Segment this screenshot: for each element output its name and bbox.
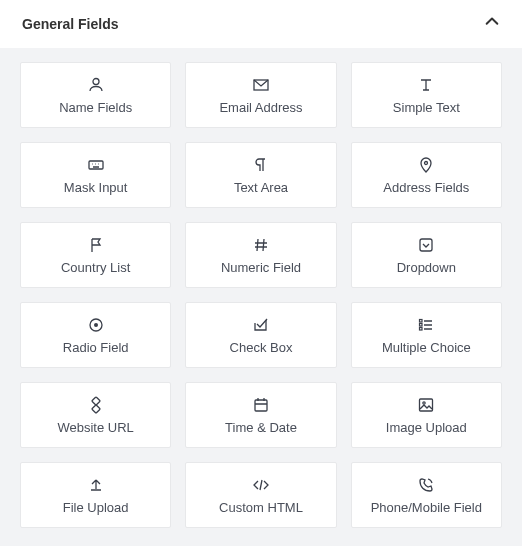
keyboard-icon: [87, 156, 105, 174]
phone-icon: [417, 476, 435, 494]
image-icon: [417, 396, 435, 414]
field-tile[interactable]: Dropdown: [351, 222, 502, 288]
field-tile[interactable]: Country List: [20, 222, 171, 288]
field-tile[interactable]: Check Box: [185, 302, 336, 368]
check-icon: [252, 316, 270, 334]
field-tile[interactable]: Time & Date: [185, 382, 336, 448]
general-fields-panel: General Fields Name FieldsEmail AddressS…: [0, 0, 522, 546]
field-tile-label: Image Upload: [386, 420, 467, 435]
pin-icon: [417, 156, 435, 174]
code-icon: [252, 476, 270, 494]
upload-icon: [87, 476, 105, 494]
field-tile-label: Dropdown: [397, 260, 456, 275]
field-tile-label: Check Box: [230, 340, 293, 355]
field-tile[interactable]: Mask Input: [20, 142, 171, 208]
field-tile[interactable]: File Upload: [20, 462, 171, 528]
field-tile-label: File Upload: [63, 500, 129, 515]
text-icon: [417, 76, 435, 94]
field-tile[interactable]: Address Fields: [351, 142, 502, 208]
panel-header[interactable]: General Fields: [0, 0, 522, 48]
field-tile-label: Address Fields: [383, 180, 469, 195]
field-tile[interactable]: Website URL: [20, 382, 171, 448]
field-tile[interactable]: Numeric Field: [185, 222, 336, 288]
radio-icon: [87, 316, 105, 334]
chevron-up-icon[interactable]: [484, 14, 500, 34]
field-tile-label: Simple Text: [393, 100, 460, 115]
field-tile[interactable]: Custom HTML: [185, 462, 336, 528]
field-tile-label: Phone/Mobile Field: [371, 500, 482, 515]
field-tile-label: Mask Input: [64, 180, 128, 195]
hash-icon: [252, 236, 270, 254]
dropdown-icon: [417, 236, 435, 254]
list-icon: [417, 316, 435, 334]
field-tile[interactable]: Image Upload: [351, 382, 502, 448]
panel-title: General Fields: [22, 16, 118, 32]
field-tile-label: Text Area: [234, 180, 288, 195]
field-tile-label: Email Address: [219, 100, 302, 115]
field-tile[interactable]: Phone/Mobile Field: [351, 462, 502, 528]
fields-grid: Name FieldsEmail AddressSimple TextMask …: [20, 62, 502, 528]
field-tile-label: Custom HTML: [219, 500, 303, 515]
field-tile[interactable]: Email Address: [185, 62, 336, 128]
field-tile-label: Time & Date: [225, 420, 297, 435]
link-icon: [87, 396, 105, 414]
calendar-icon: [252, 396, 270, 414]
user-icon: [87, 76, 105, 94]
field-tile-label: Radio Field: [63, 340, 129, 355]
paragraph-icon: [252, 156, 270, 174]
field-tile[interactable]: Multiple Choice: [351, 302, 502, 368]
field-tile-label: Multiple Choice: [382, 340, 471, 355]
field-tile-label: Numeric Field: [221, 260, 301, 275]
field-tile-label: Name Fields: [59, 100, 132, 115]
flag-icon: [87, 236, 105, 254]
field-tile-label: Country List: [61, 260, 130, 275]
field-tile[interactable]: Radio Field: [20, 302, 171, 368]
field-tile[interactable]: Simple Text: [351, 62, 502, 128]
mail-icon: [252, 76, 270, 94]
field-tile[interactable]: Name Fields: [20, 62, 171, 128]
panel-body: Name FieldsEmail AddressSimple TextMask …: [0, 48, 522, 546]
field-tile[interactable]: Text Area: [185, 142, 336, 208]
field-tile-label: Website URL: [57, 420, 133, 435]
